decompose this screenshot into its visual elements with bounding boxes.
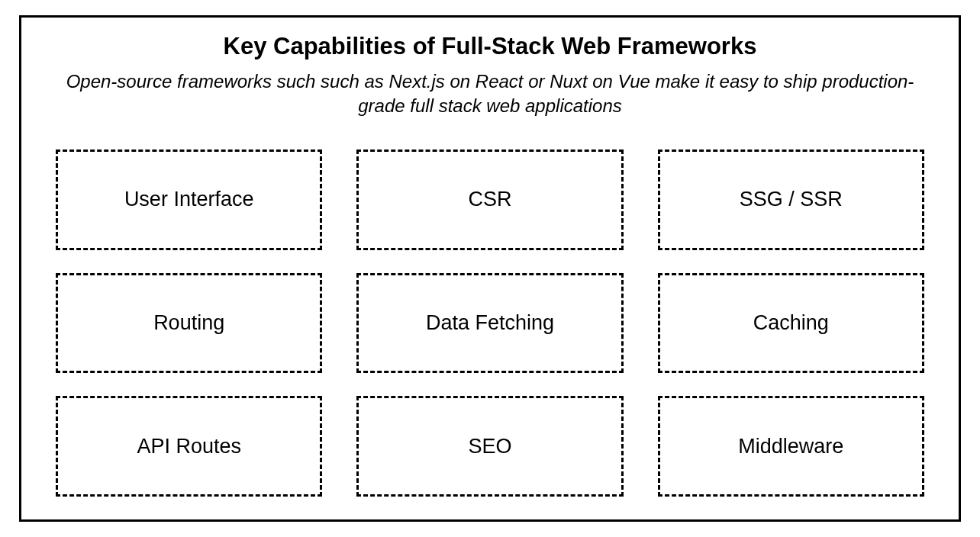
capability-api-routes: API Routes — [56, 396, 322, 497]
diagram-frame: Key Capabilities of Full-Stack Web Frame… — [19, 15, 961, 522]
capability-caching: Caching — [658, 273, 924, 374]
capability-seo: SEO — [356, 396, 623, 497]
capability-routing: Routing — [56, 273, 322, 374]
capability-middleware: Middleware — [658, 396, 924, 497]
diagram-title: Key Capabilities of Full-Stack Web Frame… — [56, 33, 924, 60]
capability-user-interface: User Interface — [56, 150, 322, 250]
diagram-subtitle: Open-source frameworks such such as Next… — [56, 69, 924, 119]
capability-data-fetching: Data Fetching — [356, 273, 623, 374]
capability-ssg-ssr: SSG / SSR — [658, 150, 924, 250]
capability-csr: CSR — [356, 150, 623, 250]
capabilities-grid: User Interface CSR SSG / SSR Routing Dat… — [56, 150, 924, 497]
